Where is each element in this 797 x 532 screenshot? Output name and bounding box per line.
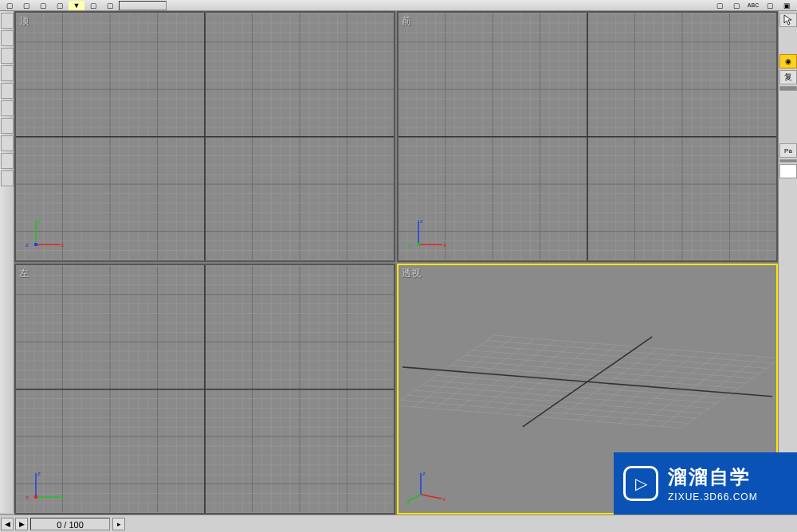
viewport-label: 左 <box>19 267 29 280</box>
text-tool-button[interactable]: ABC <box>745 1 761 10</box>
svg-text:z: z <box>37 470 41 477</box>
left-tool-button[interactable] <box>1 48 14 64</box>
svg-text:z: z <box>420 217 423 225</box>
frame-counter: 0 / 100 <box>30 518 110 530</box>
toolbar-button[interactable]: ▢ <box>2 1 18 10</box>
svg-line-258 <box>408 495 421 501</box>
svg-text:x: x <box>61 241 64 248</box>
panel-swatch[interactable] <box>779 164 797 178</box>
grid-ortho <box>16 265 394 513</box>
watermark-title: 溜溜自学 <box>668 464 758 490</box>
left-tool-button[interactable] <box>1 83 14 99</box>
toolbar-button[interactable]: ▼ <box>69 1 84 10</box>
panel-label: 复 <box>779 70 797 84</box>
svg-rect-221 <box>34 495 37 499</box>
toolbar-button[interactable]: ▢ <box>762 1 778 10</box>
svg-text:z: z <box>422 470 426 477</box>
svg-rect-147 <box>417 243 420 246</box>
left-tool-button[interactable] <box>1 13 14 29</box>
right-command-panel: ◉ 复 Pa <box>778 11 797 514</box>
panel-divider <box>779 159 797 162</box>
cursor-icon[interactable] <box>779 13 797 27</box>
axis-gizmo-perspective: x z y <box>406 469 446 505</box>
left-tool-button[interactable] <box>1 30 14 46</box>
viewport-front[interactable]: 前 x z y <box>397 11 778 262</box>
viewport-label: 透视 <box>402 267 421 280</box>
viewport-label: 前 <box>402 14 411 28</box>
axis-gizmo-top: x y z <box>24 217 64 252</box>
toolbar-button[interactable]: ▢ <box>18 1 34 10</box>
left-tool-button[interactable] <box>1 118 14 134</box>
left-tool-button[interactable] <box>1 65 14 81</box>
left-tool-button[interactable] <box>1 153 14 169</box>
toolbar-button[interactable]: ▢ <box>712 1 728 10</box>
svg-text:y: y <box>406 499 410 505</box>
panel-spacer <box>779 29 797 53</box>
viewport-top[interactable]: 顶 x y z <box>14 11 395 262</box>
toolbar-button[interactable]: ▢ <box>35 1 51 10</box>
svg-line-254 <box>421 495 442 499</box>
axis-gizmo-left: y z x <box>24 469 64 505</box>
svg-text:y: y <box>408 241 411 248</box>
bottom-status-bar: ◀ ▶ 0 / 100 ▸ <box>0 514 797 532</box>
left-tool-button[interactable] <box>1 135 14 151</box>
svg-text:x: x <box>442 495 446 503</box>
svg-text:x: x <box>26 494 29 501</box>
left-toolbar <box>0 11 14 513</box>
watermark-text: 溜溜自学 ZIXUE.3D66.COM <box>668 464 758 503</box>
watermark-url: ZIXUE.3D66.COM <box>668 491 758 503</box>
panel-divider <box>779 86 797 91</box>
toolbar-button[interactable]: ▢ <box>728 1 744 10</box>
timeline-scroll-button[interactable]: ▸ <box>112 518 125 530</box>
left-tool-button[interactable] <box>1 170 14 186</box>
create-tab-button[interactable]: ◉ <box>779 54 797 68</box>
top-toolbar: ▢ ▢ ▢ ▢ ▼ ▢ ▢ ▢ ▢ ABC ▢ ▣ <box>0 0 797 11</box>
panel-spacer <box>779 118 797 142</box>
toolbar-dropdown[interactable] <box>119 1 167 10</box>
toolbar-button[interactable]: ▣ <box>779 1 795 10</box>
svg-text:y: y <box>37 217 41 225</box>
axis-gizmo-front: x z y <box>406 217 446 252</box>
watermark-banner: ▷ 溜溜自学 ZIXUE.3D66.COM <box>614 452 797 514</box>
toolbar-button[interactable]: ▢ <box>52 1 68 10</box>
svg-line-251 <box>398 405 681 428</box>
svg-line-223 <box>494 335 776 358</box>
svg-rect-73 <box>34 243 37 246</box>
timeline-prev-button[interactable]: ◀ <box>1 518 14 530</box>
watermark-play-icon: ▷ <box>623 466 658 501</box>
grid-ortho <box>16 13 394 260</box>
toolbar-button[interactable]: ▢ <box>102 1 118 10</box>
panel-spacer <box>779 92 797 116</box>
viewport-left[interactable]: 左 y z x <box>14 264 395 514</box>
toolbar-button[interactable]: ▢ <box>85 1 101 10</box>
viewport-label: 顶 <box>19 14 29 28</box>
grid-ortho <box>398 13 776 260</box>
panel-button[interactable]: Pa <box>779 143 797 158</box>
left-tool-button[interactable] <box>1 100 14 116</box>
svg-text:z: z <box>26 241 29 248</box>
timeline-next-button[interactable]: ▶ <box>15 518 28 530</box>
svg-text:x: x <box>443 241 446 248</box>
viewport-area: 顶 x y z 前 x z y 左 y z <box>14 11 778 514</box>
svg-text:y: y <box>61 494 64 501</box>
